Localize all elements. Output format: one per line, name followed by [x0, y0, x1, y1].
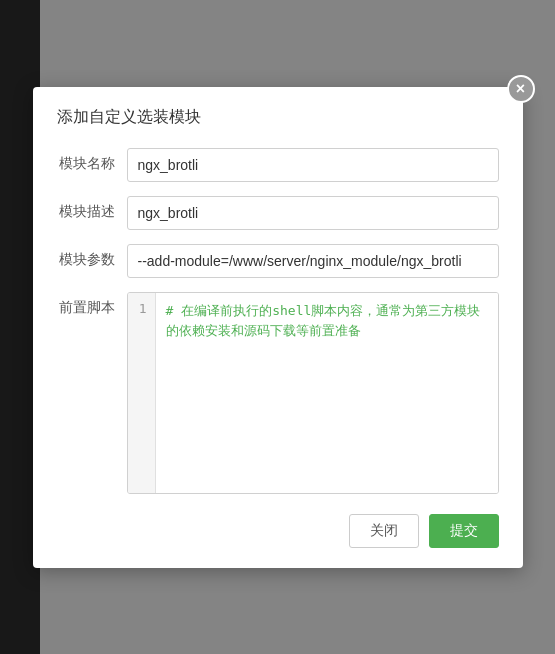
module-name-label: 模块名称	[57, 148, 127, 173]
module-name-input[interactable]	[127, 148, 499, 182]
module-desc-input[interactable]	[127, 196, 499, 230]
close-button[interactable]: ×	[507, 75, 535, 103]
dialog-container: × 添加自定义选装模块 模块名称 模块描述 模块参数 前置脚本 1 # 在编译前…	[33, 87, 523, 568]
module-param-label: 模块参数	[57, 244, 127, 269]
cancel-button[interactable]: 关闭	[349, 514, 419, 548]
module-desc-label: 模块描述	[57, 196, 127, 221]
line-number: 1	[139, 301, 147, 316]
editor-textarea[interactable]: # 在编译前执行的shell脚本内容，通常为第三方模块的依赖安装和源码下载等前置…	[156, 293, 498, 493]
pre-script-label: 前置脚本	[57, 292, 127, 317]
script-editor[interactable]: 1 # 在编译前执行的shell脚本内容，通常为第三方模块的依赖安装和源码下载等…	[127, 292, 499, 494]
dialog-title: 添加自定义选装模块	[57, 107, 499, 128]
pre-script-row: 前置脚本 1 # 在编译前执行的shell脚本内容，通常为第三方模块的依赖安装和…	[57, 292, 499, 494]
submit-button[interactable]: 提交	[429, 514, 499, 548]
module-param-input[interactable]	[127, 244, 499, 278]
module-param-row: 模块参数	[57, 244, 499, 278]
close-icon: ×	[516, 80, 525, 98]
dialog-footer: 关闭 提交	[57, 514, 499, 548]
module-desc-row: 模块描述	[57, 196, 499, 230]
module-name-row: 模块名称	[57, 148, 499, 182]
editor-gutter: 1	[128, 293, 156, 493]
